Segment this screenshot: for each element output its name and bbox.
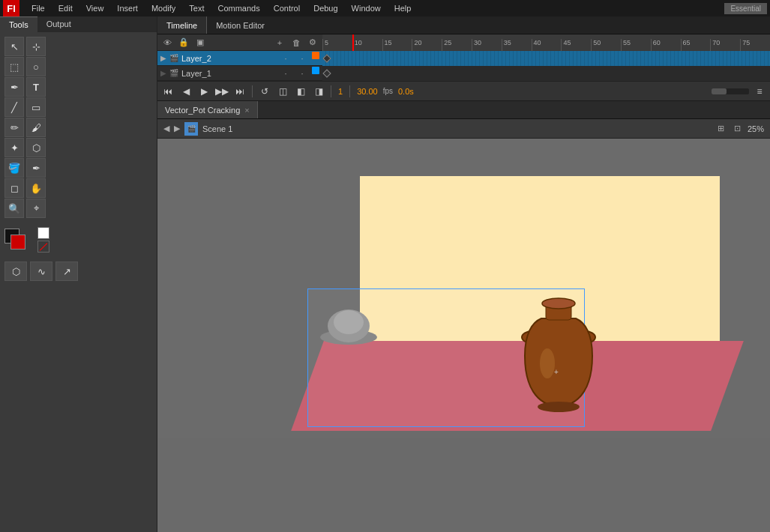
extra-btn[interactable]: ⌖ <box>26 199 46 218</box>
layer1-keyframes[interactable] <box>322 66 770 81</box>
line-btn[interactable]: ╱ <box>4 97 24 117</box>
current-frame[interactable]: 1 <box>336 87 345 96</box>
tool-grid: ↖ ⊹ ⬚ ○ ✒ T ╱ ▭ ✏ 🖌 ✦ ⬡ 🪣 ✒ <box>0 32 157 223</box>
no-color-btn[interactable] <box>37 241 49 253</box>
tool-extras: ⬡ ∿ ↗ <box>0 257 157 285</box>
menu-file[interactable]: File <box>25 2 51 14</box>
svg-point-8 <box>538 402 580 412</box>
layer1-color-indicator <box>312 67 319 74</box>
layer2-eye-btn[interactable]: · <box>279 52 292 65</box>
layer2-lock-btn[interactable]: · <box>295 52 309 65</box>
layer1-eye-btn[interactable]: · <box>279 67 292 80</box>
goto-start-btn[interactable]: ⏮ <box>160 84 175 99</box>
onion-settings-btn[interactable]: ◨ <box>311 84 326 99</box>
bone-btn[interactable]: ⬡ <box>26 138 46 157</box>
menubar: Fl File Edit View Insert Modify Text Com… <box>0 0 770 16</box>
layer2-color-indicator <box>312 52 319 59</box>
ruler-35: 35 <box>502 39 532 51</box>
step-back-btn[interactable]: ◀ <box>178 84 193 99</box>
deco-btn[interactable]: ✦ <box>4 138 24 157</box>
menu-help[interactable]: Help <box>388 2 418 14</box>
hand-btn[interactable]: ✋ <box>26 178 46 198</box>
timeline-options-btn[interactable]: ≡ <box>752 84 767 99</box>
straighten-btn[interactable]: ↗ <box>55 262 78 281</box>
zoom-center-icon[interactable]: ⊡ <box>731 122 745 136</box>
ruler-50: 50 <box>591 39 621 51</box>
ruler-5: 5 <box>322 39 352 51</box>
document-tab-close[interactable]: × <box>244 106 249 115</box>
tab-tools[interactable]: Tools <box>0 16 37 32</box>
onion-range-btn[interactable]: ◧ <box>293 84 308 99</box>
snap-btn[interactable]: ⬡ <box>4 262 27 281</box>
layer-row-1[interactable]: ▶ 🎬 Layer_1 · · <box>157 66 770 81</box>
menu-edit[interactable]: Edit <box>52 2 79 14</box>
ruler-20: 20 <box>412 39 442 51</box>
select-tool-btn[interactable]: ↖ <box>4 37 24 56</box>
lasso-btn[interactable]: ○ <box>26 57 46 76</box>
fill-color-swatch[interactable] <box>10 235 25 250</box>
ruler-15: 15 <box>382 39 412 51</box>
layer-props-btn[interactable]: ⚙ <box>306 36 319 49</box>
loop-btn[interactable]: ↺ <box>257 84 272 99</box>
menu-insert[interactable]: Insert <box>111 2 144 14</box>
bucket-btn[interactable]: 🪣 <box>4 158 24 178</box>
scene-label: Scene 1 <box>202 124 232 133</box>
free-transform-btn[interactable]: ⬚ <box>4 57 24 76</box>
tab-motion-editor[interactable]: Motion Editor <box>207 16 274 34</box>
white-color-btn[interactable] <box>37 227 49 239</box>
pen-btn[interactable]: ✒ <box>4 77 24 97</box>
lock-icon: 🔒 <box>177 36 190 49</box>
add-layer-btn[interactable]: + <box>273 36 286 49</box>
timeline-ruler: 5 10 15 20 25 30 35 40 45 50 55 60 <box>322 34 770 51</box>
stage[interactable]: + <box>157 139 770 438</box>
zoom-value[interactable]: 25% <box>748 124 764 133</box>
layer2-keyframes[interactable] <box>322 51 770 66</box>
breadcrumb-forward-btn[interactable]: ▶ <box>174 124 180 133</box>
timeline-panel: Timeline Motion Editor 👁 🔒 ▣ + 🗑 ⚙ <box>157 16 770 101</box>
eyedropper-btn[interactable]: ✒ <box>26 158 46 178</box>
toolbar-panel: Tools Output ↖ ⊹ ⬚ ○ ✒ T ╱ ▭ ✏ 🖌 ✦ <box>0 16 157 532</box>
text-btn[interactable]: T <box>26 77 46 97</box>
menu-modify[interactable]: Modify <box>145 2 181 14</box>
menu-text[interactable]: Text <box>183 2 210 14</box>
layer-2-name-area: ▶ 🎬 Layer_2 · · <box>157 52 322 65</box>
goto-end-btn[interactable]: ⏭ <box>232 84 247 99</box>
step-forward-btn[interactable]: ▶▶ <box>214 84 229 99</box>
top-section: Tools Output ↖ ⊹ ⬚ ○ ✒ T ╱ ▭ ✏ 🖌 ✦ <box>0 16 770 532</box>
toolbar-tabs: Tools Output <box>0 16 157 32</box>
onion-btn[interactable]: ◫ <box>275 84 290 99</box>
breadcrumb-back-btn[interactable]: ◀ <box>163 124 169 133</box>
menu-view[interactable]: View <box>80 2 110 14</box>
ruler-25: 25 <box>442 39 472 51</box>
tab-output[interactable]: Output <box>37 16 80 32</box>
menu-debug[interactable]: Debug <box>307 2 343 14</box>
tab-timeline[interactable]: Timeline <box>157 16 207 34</box>
layer-row-2[interactable]: ▶ 🎬 Layer_2 · · <box>157 51 770 66</box>
eraser-btn[interactable]: ◻ <box>4 178 24 198</box>
subselect-tool-btn[interactable]: ⊹ <box>26 37 46 56</box>
ruler-45: 45 <box>561 39 591 51</box>
timeline-controls: ⏮ ◀ ▶ ▶▶ ⏭ ↺ ◫ ◧ ◨ 1 30.00 fps 0.0s <box>157 81 770 100</box>
zoom-fit-icon[interactable]: ⊞ <box>715 122 728 136</box>
ruler-75: 75 <box>740 39 770 51</box>
svg-text:+: + <box>554 368 559 376</box>
menu-commands[interactable]: Commands <box>211 2 265 14</box>
pot-object[interactable]: + <box>510 296 607 416</box>
brush-btn[interactable]: 🖌 <box>26 118 46 137</box>
rect-btn[interactable]: ▭ <box>26 97 46 117</box>
fps-value: 30.00 <box>355 87 380 96</box>
pencil-btn[interactable]: ✏ <box>4 118 24 137</box>
play-btn[interactable]: ▶ <box>196 84 211 99</box>
delete-layer-btn[interactable]: 🗑 <box>289 36 303 49</box>
zoom-btn[interactable]: 🔍 <box>4 199 24 218</box>
layer1-lock-btn[interactable]: · <box>295 67 309 80</box>
menu-control[interactable]: Control <box>268 2 306 14</box>
menu-window[interactable]: Window <box>346 2 387 14</box>
outline-icon: ▣ <box>193 36 207 49</box>
hat-object[interactable] <box>315 296 382 348</box>
smooth-btn[interactable]: ∿ <box>30 262 52 281</box>
time-value: 0.0s <box>396 87 416 96</box>
main-layout: Tools Output ↖ ⊹ ⬚ ○ ✒ T ╱ ▭ ✏ 🖌 ✦ <box>0 16 770 532</box>
document-tab-name[interactable]: Vector_Pot Cracking <box>165 106 240 115</box>
svg-point-2 <box>334 310 364 334</box>
